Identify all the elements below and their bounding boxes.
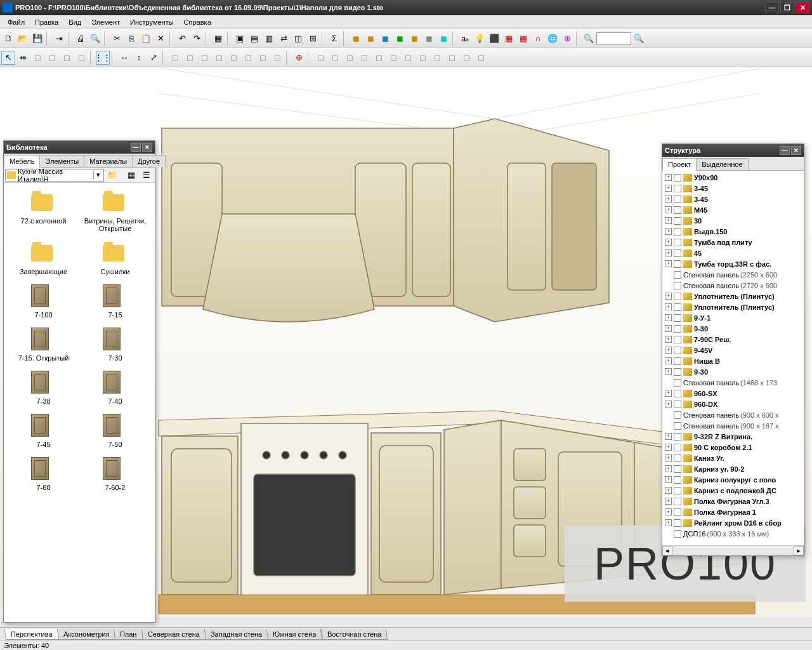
tree-row[interactable]: +Тумба под плиту [662, 237, 804, 248]
scroll-track[interactable] [672, 546, 794, 555]
a11-icon[interactable]: ◻ [459, 51, 473, 65]
cube3-icon[interactable]: ◼ [378, 32, 392, 46]
expand-icon[interactable]: + [665, 444, 672, 451]
checkbox[interactable] [674, 530, 681, 538]
tree-row[interactable]: +9-30 [662, 323, 804, 334]
tree-row[interactable]: +9-45V [662, 345, 804, 355]
expand-icon[interactable]: + [665, 347, 672, 354]
axis2-icon[interactable]: ↕ [132, 51, 146, 65]
door-icon[interactable]: ⬛ [487, 32, 501, 46]
zoom-icon[interactable]: 🔍 [582, 32, 596, 46]
tree-row[interactable]: +90 С коробом 2.1 [662, 442, 804, 453]
tree-row[interactable]: Стеновая панель (900 x 187 x [662, 420, 804, 431]
checkbox[interactable] [674, 487, 681, 494]
library-item[interactable]: 7-100 [9, 282, 78, 321]
checkbox[interactable] [674, 476, 681, 484]
menu-tools[interactable]: Инструменты [125, 17, 179, 27]
tree-row[interactable]: +9-У-1 [662, 312, 804, 323]
expand-icon[interactable]: + [665, 174, 672, 181]
new-icon[interactable]: 🗋 [1, 32, 15, 46]
tool-c-icon[interactable]: ▥ [262, 32, 276, 46]
paste-icon[interactable]: 📋 [139, 32, 153, 46]
globe-icon[interactable]: 🌐 [546, 32, 560, 46]
checkbox[interactable] [674, 249, 681, 257]
tree-row[interactable]: +9-32R Z Витрина. [662, 431, 804, 442]
tab-materials[interactable]: Материалы [84, 155, 133, 167]
expand-icon[interactable]: + [665, 314, 672, 321]
checkbox[interactable] [674, 379, 681, 387]
expand-icon[interactable]: + [665, 498, 672, 505]
expand-icon[interactable]: + [665, 519, 672, 526]
tree-row[interactable]: +Карниз с подложкой ДС [662, 485, 804, 496]
menu-edit[interactable]: Правка [30, 17, 63, 27]
tool-d-icon[interactable]: ⇄ [277, 32, 291, 46]
cube1-icon[interactable]: ◼ [349, 32, 363, 46]
cube7-icon[interactable]: ◼ [436, 32, 450, 46]
target-icon[interactable]: ⊕ [560, 32, 574, 46]
library-grid[interactable]: 72 с колоннойВитрины, Решетки, ОткрытыеЗ… [4, 183, 155, 622]
tab-selected[interactable]: Выделенное [696, 158, 748, 170]
library-item[interactable]: 7-38 [9, 368, 78, 408]
tree-row[interactable]: +М45 [662, 204, 804, 215]
chevron-down-icon[interactable]: ▾ [93, 171, 102, 179]
cube2-icon[interactable]: ◼ [363, 32, 377, 46]
library-path-combo[interactable]: Кухни Массив Италия\Н ▾ [5, 169, 104, 182]
menu-element[interactable]: Элемент [86, 17, 125, 27]
expand-icon[interactable]: + [665, 336, 672, 343]
cube5-icon[interactable]: ◼ [407, 32, 421, 46]
checkbox[interactable] [674, 325, 681, 333]
checkbox[interactable] [674, 282, 681, 289]
view-tab-south[interactable]: Южная стена [266, 629, 323, 640]
tab-furniture[interactable]: Мебель [4, 155, 40, 168]
expand-icon[interactable]: + [665, 260, 672, 267]
tree-row[interactable]: +Уплотнитель (Плинтус) [662, 302, 804, 312]
view-tab-north[interactable]: Северная стена [141, 629, 206, 640]
tree-row[interactable]: Стеновая панель (2250 x 600 [662, 269, 804, 280]
checkbox[interactable] [674, 293, 681, 300]
checkbox[interactable] [674, 401, 681, 408]
tree-row[interactable]: +3-45 [662, 194, 804, 204]
checkbox[interactable] [674, 260, 681, 268]
expand-icon[interactable]: + [665, 325, 672, 332]
tree-row[interactable]: +30 [662, 215, 804, 226]
expand-icon[interactable]: + [665, 249, 672, 256]
expand-icon[interactable]: + [665, 185, 672, 192]
tree-row[interactable]: +Каниз Уг. [662, 453, 804, 463]
menu-file[interactable]: Файл [3, 17, 30, 27]
copy-icon[interactable]: ⎘ [124, 32, 138, 46]
view-list-icon[interactable]: ☰ [140, 168, 154, 182]
undo-icon[interactable]: ↶ [175, 32, 189, 46]
library-item[interactable]: 7-15. Открытый [9, 325, 78, 364]
a9-icon[interactable]: ◻ [430, 51, 444, 65]
cut-icon[interactable]: ✂ [110, 32, 124, 46]
checkbox[interactable] [674, 217, 681, 225]
t3-icon[interactable]: ◻ [45, 51, 59, 65]
tree-row[interactable]: +Рейлинг хром D16 в сбор [662, 517, 804, 528]
library-item[interactable]: 7-40 [81, 368, 150, 408]
checkbox[interactable] [674, 368, 681, 376]
tab-other[interactable]: Другое [132, 155, 166, 167]
a6-icon[interactable]: ◻ [386, 51, 400, 65]
view-tab-perspective[interactable]: Перспектива [4, 629, 59, 640]
maximize-button[interactable]: ❐ [780, 2, 794, 13]
library-item[interactable]: Сушилки [81, 239, 150, 278]
tree-row[interactable]: +960-DX [662, 399, 804, 409]
checkbox[interactable] [674, 390, 681, 397]
expand-icon[interactable]: + [665, 217, 672, 224]
checkbox[interactable] [674, 444, 681, 451]
open-icon[interactable]: 📂 [16, 32, 30, 46]
library-item[interactable]: 7-50 [81, 411, 150, 451]
library-item[interactable]: 7-60-2 [81, 454, 150, 494]
menu-view[interactable]: Вид [63, 17, 86, 27]
expand-icon[interactable]: + [665, 303, 672, 310]
checkbox[interactable] [674, 465, 681, 473]
tree-row[interactable]: +45 [662, 248, 804, 258]
save-icon[interactable]: 💾 [30, 32, 44, 46]
g5-icon[interactable]: ◻ [226, 51, 240, 65]
a2-icon[interactable]: ◻ [328, 51, 342, 65]
grid-icon[interactable]: ▦ [502, 32, 516, 46]
scroll-right-icon[interactable]: ▸ [794, 546, 804, 555]
a12-icon[interactable]: ◻ [474, 51, 488, 65]
tool-e-icon[interactable]: ◫ [291, 32, 305, 46]
view-large-icon[interactable]: ▦ [124, 168, 138, 182]
